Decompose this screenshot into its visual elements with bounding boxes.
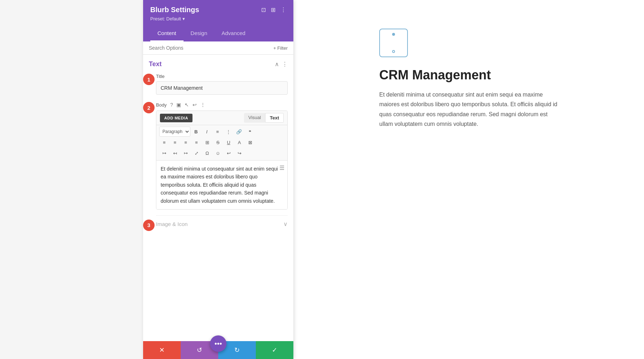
title-label: Title — [156, 74, 288, 79]
body-help-icon[interactable]: ? — [170, 102, 173, 108]
toolbar-row-3: ↦ ↤ ↦ ⤢ Ω ☺ ↩ ↪ — [159, 148, 284, 158]
body-media-icon[interactable]: ▣ — [176, 102, 181, 108]
floating-more-icon: ••• — [214, 340, 222, 348]
toolbar-row-1: Paragraph B I ≡ ⋮ 🔗 ❝ — [159, 127, 284, 137]
editor-corner-icon[interactable]: ☰ — [279, 163, 284, 173]
panel-header: Blurb Settings ⊡ ⊞ ⋮ Preset: Default ▾ — [143, 0, 293, 26]
quote-button[interactable]: ❝ — [245, 127, 255, 137]
cancel-icon: ✕ — [159, 346, 165, 354]
body-cursor-icon[interactable]: ↖ — [185, 102, 189, 108]
tab-visual[interactable]: Visual — [244, 113, 265, 123]
section-more-icon[interactable]: ⋮ — [282, 61, 288, 68]
preview-body: Et deleniti minima ut consequatur sint a… — [379, 90, 558, 129]
editor-redo-button[interactable]: ↪ — [234, 148, 244, 158]
search-input[interactable] — [149, 45, 270, 51]
section-header: Text ∧ ⋮ — [149, 60, 288, 68]
panel-title: Blurb Settings — [150, 6, 199, 14]
screenshot-icon[interactable]: ⊡ — [261, 6, 266, 13]
panel-header-icons: ⊡ ⊞ ⋮ — [261, 6, 286, 13]
body-more-icon[interactable]: ⋮ — [200, 102, 205, 108]
collapse-icon[interactable]: ∧ — [275, 61, 279, 68]
tab-text[interactable]: Text — [265, 113, 284, 123]
save-icon: ✓ — [272, 346, 277, 354]
icon-dot-bottom — [392, 50, 395, 53]
preview-area: CRM Management Et deleniti minima ut con… — [293, 0, 644, 359]
body-label: Body — [156, 102, 167, 108]
expand-icon: ∨ — [283, 221, 288, 227]
align-center-button[interactable]: ≡ — [170, 137, 180, 147]
settings-panel: Blurb Settings ⊡ ⊞ ⋮ Preset: Default ▾ C… — [143, 0, 293, 359]
link-button[interactable]: 🔗 — [234, 127, 244, 137]
indent2-button[interactable]: ↦ — [181, 148, 191, 158]
tab-design[interactable]: Design — [184, 26, 215, 41]
panel-content: Text ∧ ⋮ 1 Title 2 Body ? ▣ — [143, 55, 293, 341]
paragraph-select[interactable]: Paragraph — [159, 127, 190, 137]
underline-button[interactable]: U — [224, 137, 234, 147]
italic-button[interactable]: I — [202, 127, 212, 137]
body-undo-icon[interactable]: ↩ — [192, 102, 197, 108]
editor-undo-button[interactable]: ↩ — [224, 148, 234, 158]
preview-icon-box — [379, 29, 408, 57]
indent-button[interactable]: ↦ — [159, 148, 169, 158]
editor-content[interactable]: Et deleniti minima ut consequatur sint a… — [156, 161, 287, 209]
align-justify-button[interactable]: ≡ — [191, 137, 201, 147]
left-area — [0, 0, 143, 359]
preview-title: CRM Management — [379, 67, 558, 83]
tab-content[interactable]: Content — [150, 26, 184, 41]
filter-button[interactable]: + Filter — [273, 45, 288, 51]
save-button[interactable]: ✓ — [256, 341, 293, 359]
ordered-list-button[interactable]: ⋮ — [223, 127, 233, 137]
section-header-icons: ∧ ⋮ — [275, 61, 288, 68]
outdent-button[interactable]: ↤ — [170, 148, 180, 158]
clear-format-button[interactable]: ⊠ — [245, 137, 255, 147]
floating-more-button[interactable]: ••• — [210, 335, 226, 352]
add-media-button[interactable]: ADD MEDIA — [160, 114, 192, 122]
editor-top-bar: ADD MEDIA Visual Text — [156, 111, 287, 125]
page-wrapper: Blurb Settings ⊡ ⊞ ⋮ Preset: Default ▾ C… — [0, 0, 644, 359]
image-icon-section[interactable]: Image & Icon ∨ — [156, 215, 288, 232]
title-input[interactable] — [156, 81, 288, 95]
layout-icon[interactable]: ⊞ — [271, 6, 275, 13]
image-icon-label: Image & Icon — [156, 221, 187, 227]
toolbar-row-2: ≡ ≡ ≡ ≡ ⊞ S U A ⊠ — [159, 137, 284, 147]
section-title: Text — [149, 60, 162, 68]
search-bar: + Filter — [143, 41, 293, 55]
more-options-icon[interactable]: ⋮ — [280, 6, 286, 13]
table-button[interactable]: ⊞ — [202, 137, 212, 147]
redo-icon: ↻ — [234, 346, 240, 354]
editor-toolbar: Paragraph B I ≡ ⋮ 🔗 ❝ ≡ ≡ ≡ — [156, 125, 287, 161]
step-1-row: 1 Title — [149, 74, 288, 95]
emoji-button[interactable]: ☺ — [213, 148, 223, 158]
special-char-button[interactable]: Ω — [202, 148, 212, 158]
align-right-button[interactable]: ≡ — [181, 137, 191, 147]
fullscreen-button[interactable]: ⤢ — [191, 148, 201, 158]
body-text: Et deleniti minima ut consequatur sint a… — [161, 166, 278, 204]
panel-preset: Preset: Default ▾ — [150, 16, 286, 21]
body-editor: ADD MEDIA Visual Text Paragraph B I — [156, 110, 288, 210]
panel-tabs: Content Design Advanced — [143, 26, 293, 41]
tab-advanced[interactable]: Advanced — [214, 26, 253, 41]
undo-icon: ↺ — [197, 346, 202, 354]
step-2-indicator: 2 — [143, 102, 155, 113]
step-3-indicator: 3 — [143, 220, 155, 231]
text-color-button[interactable]: A — [234, 137, 244, 147]
visual-text-tabs: Visual Text — [244, 113, 284, 123]
step-1-indicator: 1 — [143, 74, 155, 85]
body-toolbar-top: Body ? ▣ ↖ ↩ ⋮ — [156, 102, 288, 108]
step-2-row: 2 Body ? ▣ ↖ ↩ ⋮ ADD MEDIA Visual — [149, 102, 288, 210]
bold-button[interactable]: B — [191, 127, 201, 137]
strikethrough-button[interactable]: S — [213, 137, 223, 147]
unordered-list-button[interactable]: ≡ — [213, 127, 223, 137]
panel-header-top: Blurb Settings ⊡ ⊞ ⋮ — [150, 6, 286, 14]
preview-content: CRM Management Et deleniti minima ut con… — [379, 29, 558, 129]
align-left-button[interactable]: ≡ — [159, 137, 169, 147]
cancel-button[interactable]: ✕ — [143, 341, 181, 359]
icon-dot-top — [392, 33, 395, 36]
step-3-row: 3 Image & Icon ∨ — [149, 215, 288, 232]
